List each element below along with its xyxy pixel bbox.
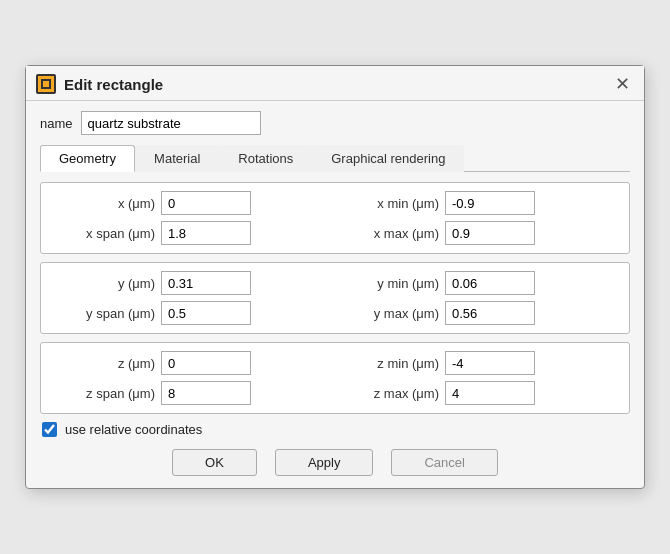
y-span-row: y span (μm) y max (μm) <box>51 301 619 325</box>
tab-graphical[interactable]: Graphical rendering <box>312 145 464 172</box>
tab-material[interactable]: Material <box>135 145 219 172</box>
z-span-field-group: z span (μm) <box>51 381 335 405</box>
z-max-label: z max (μm) <box>335 386 445 401</box>
x-span-label: x span (μm) <box>51 226 161 241</box>
dialog-body: name Geometry Material Rotations Graphic… <box>26 101 644 488</box>
apply-button[interactable]: Apply <box>275 449 374 476</box>
relative-coordinates-checkbox[interactable] <box>42 422 57 437</box>
x-label: x (μm) <box>51 196 161 211</box>
y-section: y (μm) y min (μm) y span (μm) y max (μm) <box>40 262 630 334</box>
tab-geometry[interactable]: Geometry <box>40 145 135 172</box>
dialog-title: Edit rectangle <box>64 76 163 93</box>
y-max-label: y max (μm) <box>335 306 445 321</box>
x-input[interactable] <box>161 191 251 215</box>
x-row: x (μm) x min (μm) <box>51 191 619 215</box>
x-max-field-group: x max (μm) <box>335 221 619 245</box>
z-max-field-group: z max (μm) <box>335 381 619 405</box>
y-min-input[interactable] <box>445 271 535 295</box>
x-min-field-group: x min (μm) <box>335 191 619 215</box>
z-min-label: z min (μm) <box>335 356 445 371</box>
z-row: z (μm) z min (μm) <box>51 351 619 375</box>
cancel-button[interactable]: Cancel <box>391 449 497 476</box>
name-label: name <box>40 116 73 131</box>
y-span-label: y span (μm) <box>51 306 161 321</box>
x-max-input[interactable] <box>445 221 535 245</box>
x-span-row: x span (μm) x max (μm) <box>51 221 619 245</box>
x-section: x (μm) x min (μm) x span (μm) x max (μm) <box>40 182 630 254</box>
y-row: y (μm) y min (μm) <box>51 271 619 295</box>
rectangle-icon <box>36 74 56 94</box>
z-field-group: z (μm) <box>51 351 335 375</box>
x-max-label: x max (μm) <box>335 226 445 241</box>
title-left: Edit rectangle <box>36 74 163 94</box>
checkbox-row: use relative coordinates <box>42 422 630 437</box>
name-row: name <box>40 111 630 135</box>
ok-button[interactable]: OK <box>172 449 257 476</box>
name-input[interactable] <box>81 111 261 135</box>
y-max-input[interactable] <box>445 301 535 325</box>
x-span-input[interactable] <box>161 221 251 245</box>
close-button[interactable]: ✕ <box>613 75 632 93</box>
z-min-field-group: z min (μm) <box>335 351 619 375</box>
z-span-row: z span (μm) z max (μm) <box>51 381 619 405</box>
x-span-field-group: x span (μm) <box>51 221 335 245</box>
x-min-input[interactable] <box>445 191 535 215</box>
y-min-label: y min (μm) <box>335 276 445 291</box>
x-field-group: x (μm) <box>51 191 335 215</box>
y-input[interactable] <box>161 271 251 295</box>
titlebar: Edit rectangle ✕ <box>26 66 644 101</box>
button-row: OK Apply Cancel <box>40 449 630 476</box>
z-input[interactable] <box>161 351 251 375</box>
z-label: z (μm) <box>51 356 161 371</box>
y-span-input[interactable] <box>161 301 251 325</box>
z-min-input[interactable] <box>445 351 535 375</box>
x-min-label: x min (μm) <box>335 196 445 211</box>
z-section: z (μm) z min (μm) z span (μm) z max (μm) <box>40 342 630 414</box>
z-span-input[interactable] <box>161 381 251 405</box>
z-max-input[interactable] <box>445 381 535 405</box>
y-max-field-group: y max (μm) <box>335 301 619 325</box>
relative-coordinates-label[interactable]: use relative coordinates <box>65 422 202 437</box>
y-field-group: y (μm) <box>51 271 335 295</box>
z-span-label: z span (μm) <box>51 386 161 401</box>
edit-rectangle-dialog: Edit rectangle ✕ name Geometry Material … <box>25 65 645 489</box>
tabs: Geometry Material Rotations Graphical re… <box>40 145 630 172</box>
y-span-field-group: y span (μm) <box>51 301 335 325</box>
y-label: y (μm) <box>51 276 161 291</box>
y-min-field-group: y min (μm) <box>335 271 619 295</box>
tab-rotations[interactable]: Rotations <box>219 145 312 172</box>
